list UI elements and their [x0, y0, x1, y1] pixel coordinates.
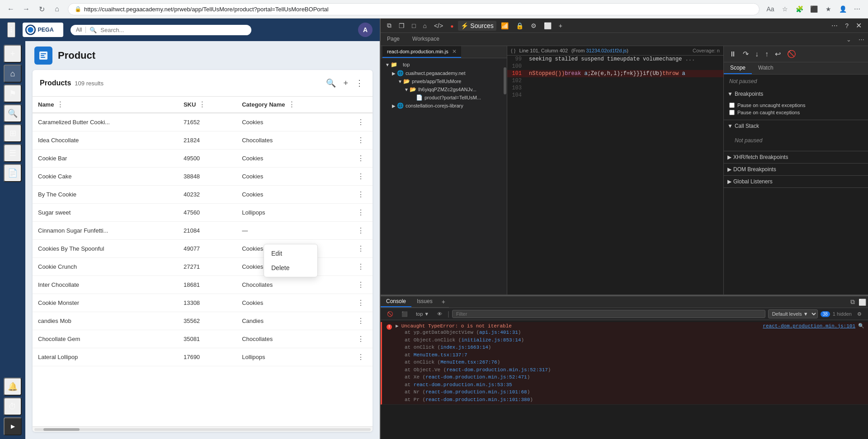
browser-more-button[interactable]: ⋯ — [851, 3, 863, 15]
row-menu-button[interactable]: ⋮ — [354, 334, 367, 344]
devtools-dock-bottom-button[interactable]: □ — [409, 21, 418, 31]
code-source-link[interactable]: 31234.02cd1f2d.js — [586, 48, 627, 53]
row-menu-button[interactable]: ⋮ — [354, 225, 367, 236]
devtools-home-button[interactable]: ⌂ — [420, 21, 429, 31]
stack-menuitem-137-link[interactable]: MenuItem.tsx:137:7 — [414, 352, 467, 358]
row-menu-button[interactable]: ⋮ — [354, 153, 367, 163]
pega-menu-button[interactable]: ⁝ — [7, 22, 15, 37]
sidebar-item-apps[interactable]: ⊞ — [4, 124, 22, 142]
tree-item-constellation[interactable]: 🌐 constellation-corejs-library — [381, 102, 503, 110]
dom-header[interactable]: ▶ DOM Breakpoints — [724, 163, 868, 175]
devtools-security-button[interactable]: 🔒 — [513, 21, 526, 31]
clear-console-button[interactable]: 🚫 — [384, 310, 396, 318]
step-into-button[interactable]: ↓ — [753, 49, 760, 59]
pega-search-input[interactable] — [100, 27, 246, 33]
watch-tab[interactable]: Watch — [752, 62, 780, 74]
row-menu-button[interactable]: ⋮ — [354, 171, 367, 182]
address-bar[interactable]: 🔒 — [68, 3, 760, 15]
devtools-dock-button[interactable]: ⧉ — [384, 20, 394, 31]
sidebar-item-recent[interactable]: ⏱ — [4, 397, 22, 416]
devtools-add-tab-button[interactable]: + — [556, 21, 565, 31]
tree-item-prweb[interactable]: 📂 prweb/app/TellUsMore — [381, 77, 503, 85]
console-settings-button[interactable]: ⚙ — [854, 310, 864, 318]
add-product-button[interactable]: + — [341, 77, 350, 90]
console-tab-console[interactable]: Console — [381, 296, 411, 307]
sidebar-item-document[interactable]: 📄 — [4, 164, 22, 182]
row-menu-button[interactable]: ⋮ — [354, 189, 367, 200]
devtools-help-button[interactable]: ? — [842, 21, 851, 31]
profile-button[interactable]: 👤 — [836, 3, 849, 15]
search-scope[interactable]: All — [76, 27, 86, 33]
breakpoints-header[interactable]: ▼ Breakpoints — [724, 88, 868, 100]
devtools-sources-tab-btn[interactable]: ⚡ Sources — [458, 21, 496, 31]
tab-menu-button[interactable]: ⌄ — [843, 34, 855, 45]
console-maximize-button[interactable]: ⬜ — [857, 297, 868, 308]
xhr-header[interactable]: ▶ XHR/fetch Breakpoints — [724, 151, 868, 163]
row-menu-button[interactable]: ⋮ — [354, 243, 367, 254]
step-over-button[interactable]: ↷ — [741, 49, 750, 59]
stack-react-dom-317-link[interactable]: react-dom.production.min.js:52:317 — [446, 367, 547, 373]
devtools-network-button[interactable]: 📶 — [498, 21, 511, 31]
col-name-menu[interactable]: ⋮ — [57, 100, 64, 109]
back-button[interactable]: ← — [5, 3, 17, 15]
preserve-log-button[interactable]: ⬛ — [399, 310, 410, 318]
url-input[interactable] — [84, 6, 753, 13]
deactivate-breakpoints-button[interactable]: 🚫 — [785, 49, 798, 59]
stack-react-dom-471-link[interactable]: react-dom.production.min.js:52:471 — [425, 374, 527, 380]
console-eye-button[interactable]: 👁 — [434, 310, 445, 318]
console-filter-input[interactable] — [452, 310, 765, 318]
home-button[interactable]: ⌂ — [51, 3, 63, 15]
console-copy-button[interactable]: ⧉ — [849, 296, 857, 308]
sidebar-item-search[interactable]: 🔍 — [4, 104, 22, 122]
sidebar-item-home[interactable]: ⌂ — [4, 65, 22, 83]
stack-menuitem-267-link[interactable]: MenuItem.tsx:267:76 — [440, 360, 497, 365]
extensions-button[interactable]: 🧩 — [793, 3, 806, 15]
pause-caught-checkbox[interactable] — [729, 110, 735, 115]
pause-uncaught-checkbox[interactable] — [729, 103, 735, 108]
row-menu-button[interactable]: ⋮ — [354, 262, 367, 272]
stack-react-dom-101-380-link[interactable]: react-dom.production.min.js:101:380 — [425, 397, 530, 402]
col-sku-menu[interactable]: ⋮ — [198, 100, 206, 109]
tree-item-top[interactable]: 📁 top — [381, 60, 503, 69]
global-listeners-header[interactable]: ▶ Global Listeners — [724, 176, 868, 187]
tab-more-options-button[interactable]: ⋯ — [855, 34, 868, 45]
tree-item-product-page[interactable]: 📄 product?portal=TellUsM... — [381, 93, 503, 102]
sidebar-item-list[interactable]: ☰ — [4, 144, 22, 162]
row-menu-button[interactable]: ⋮ — [354, 316, 367, 326]
reload-button[interactable]: ↻ — [35, 3, 48, 15]
sources-left-scrollbar[interactable] — [503, 58, 507, 294]
console-tab-issues[interactable]: Issues — [411, 296, 438, 307]
error-source-link[interactable]: react-dom.production.min.js:101 — [763, 323, 855, 329]
context-menu-delete[interactable]: Delete — [264, 261, 317, 275]
search-products-button[interactable]: 🔍 — [324, 76, 338, 90]
devtools-undock-button[interactable]: ❐ — [396, 21, 407, 31]
sidebar-expand-button[interactable]: ▶ — [4, 417, 22, 435]
devtools-screen-button[interactable]: ⬜ — [541, 21, 554, 31]
stack-api-link[interactable]: api.js:401:31 — [479, 330, 518, 335]
context-menu-edit[interactable]: Edit — [264, 246, 317, 261]
devtools-close-button[interactable]: ✕ — [853, 20, 864, 31]
forward-button[interactable]: → — [20, 3, 33, 15]
close-file-tab-icon[interactable]: ✕ — [452, 48, 457, 55]
tab-page[interactable]: Page — [381, 33, 406, 46]
bookmark-button[interactable]: ☆ — [778, 3, 791, 15]
row-menu-button[interactable]: ⋮ — [354, 207, 367, 218]
table-horizontal-scrollbar[interactable] — [33, 426, 373, 432]
devtools-code-button[interactable]: </> — [431, 21, 446, 31]
sources-file-tab-react-dom[interactable]: react-dom.production.min.js ✕ — [382, 46, 461, 58]
add-console-tab-button[interactable]: + — [438, 296, 449, 307]
more-options-button[interactable]: ⋮ — [354, 76, 365, 90]
pause-button[interactable]: ⏸ — [727, 49, 738, 59]
search-error-button[interactable]: 🔍 — [858, 323, 864, 329]
stack-react-dom-53-link[interactable]: react-dom.production.min.js:53:35 — [414, 382, 512, 388]
row-menu-button[interactable]: ⋮ — [354, 117, 367, 127]
console-level-select[interactable]: Default levels ▼ — [768, 309, 818, 318]
stack-initialize-link[interactable]: initialize.js:853:14 — [461, 337, 521, 343]
tree-item-hash[interactable]: 📂 lh6yiqqPZMZc2gs4ANJv... — [381, 85, 503, 93]
pega-search-bar[interactable]: All 🔍 — [71, 25, 251, 35]
collections-button[interactable]: ⬛ — [807, 3, 820, 15]
stack-index-link[interactable]: index.js:1663:14 — [440, 345, 488, 350]
row-menu-button[interactable]: ⋮ — [354, 135, 367, 145]
row-menu-button[interactable]: ⋮ — [354, 280, 367, 290]
stack-react-dom-101-68-link[interactable]: react-dom.production.min.js:101:68 — [425, 389, 527, 395]
